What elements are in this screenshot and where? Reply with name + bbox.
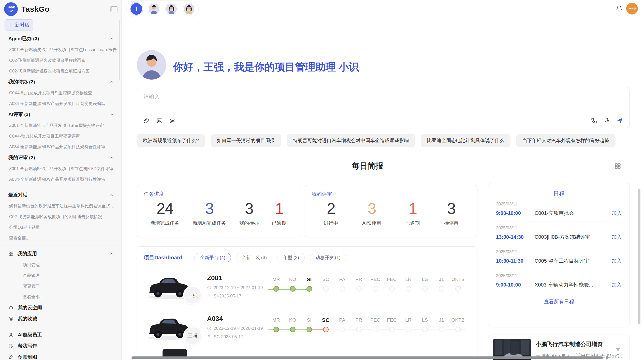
chat-input[interactable]: 请输入...: [137, 87, 630, 128]
chevron-up-icon[interactable]: [110, 80, 114, 84]
join-link[interactable]: 加入: [612, 258, 622, 264]
sidebar-tool-item[interactable]: AI超级员工: [0, 329, 121, 340]
sidebar-section-header[interactable]: 我的应用: [0, 248, 121, 259]
sidebar-item[interactable]: 查看全部...: [0, 233, 121, 243]
dashboard-tab[interactable]: 动总开发 (1): [310, 253, 346, 262]
join-link[interactable]: 加入: [612, 234, 622, 241]
sidebar-item[interactable]: 变更管理: [0, 281, 121, 291]
sidebar-item[interactable]: Z001-全新燃油皮卡产品开发项目SI节点Lesson Learn报告: [0, 44, 121, 55]
sidebar-item[interactable]: C02-飞腾新能源轻客改款项目立项汇报方案: [0, 66, 121, 76]
chevron-up-icon[interactable]: [110, 156, 114, 160]
new-chat-button[interactable]: + 新对话: [5, 19, 33, 31]
sidebar-tool-item[interactable]: 创意制图: [0, 352, 121, 360]
sidebar-item-cloud[interactable]: 我的云空间: [0, 302, 121, 313]
send-icon[interactable]: [616, 117, 623, 124]
milestone-dot[interactable]: [439, 327, 444, 332]
milestone-dot[interactable]: [323, 327, 329, 332]
sidebar-item[interactable]: Z001-全新燃油轻卡产品开发项目SI造型提交物评审: [0, 120, 121, 131]
suggestion-chip[interactable]: 如何写一份清晰的项目周报: [211, 134, 281, 147]
sidebar-item[interactable]: C0X4-动力总成开发项目工程变更评审: [0, 131, 121, 141]
sidebar-item[interactable]: A034-全新新能源MUV产品开发项目造型可行性评审: [0, 174, 121, 185]
sidebar-item[interactable]: C02-飞腾新能源轻客改款项目里程碑画布: [0, 55, 121, 66]
agent-avatar-2[interactable]: [166, 3, 177, 15]
screenshot-scissors-icon[interactable]: [170, 118, 176, 124]
milestone-dot[interactable]: [290, 327, 296, 332]
milestone-dot[interactable]: [455, 286, 461, 292]
dashboard-tab[interactable]: 全新上装 (3): [236, 253, 272, 262]
sidebar-section-header[interactable]: 我的评审 (2): [0, 152, 121, 163]
suggestion-chip[interactable]: 欧洲新规最近颁布了什么?: [137, 134, 205, 147]
agent-avatar-1[interactable]: [148, 3, 160, 15]
milestone-label: PR: [350, 276, 367, 283]
collapse-sidebar-icon[interactable]: [110, 6, 118, 13]
sidebar-item[interactable]: 公司Q3轻卡销量: [0, 222, 121, 233]
milestone-dot[interactable]: [406, 286, 411, 292]
voice-call-icon[interactable]: [591, 117, 597, 124]
chevron-up-icon[interactable]: [110, 193, 114, 197]
milestone-dot[interactable]: [306, 327, 312, 332]
milestone-dot[interactable]: [273, 327, 279, 332]
join-link[interactable]: 加入: [612, 210, 622, 217]
sidebar-item[interactable]: A034-全新新能源MUV产品开发项目计划变更表编写: [0, 98, 121, 109]
sidebar-item[interactable]: C02-飞腾新能源轻客改款项目的闭环通告反馈情况: [0, 211, 121, 222]
scroll-right-arrow-icon[interactable]: [606, 356, 609, 359]
chevron-up-icon[interactable]: [110, 113, 114, 116]
scroll-down-arrow-icon[interactable]: [616, 348, 620, 351]
suggestion-chip[interactable]: 特朗普可能对进口汽车增税会对中国车企造成哪些影响: [287, 134, 415, 147]
image-upload-icon[interactable]: [156, 118, 163, 124]
dashboard-tab[interactable]: 年型 (2): [277, 253, 305, 262]
sidebar-item[interactable]: 产品管理: [0, 270, 121, 281]
project-card[interactable]: 王强A0342023-12-19 ~ 2026-01-19SC-2025-05-…: [144, 310, 471, 344]
stat-item: 1已逾期: [405, 199, 420, 227]
sidebar-section-header[interactable]: 我的待办 (2): [0, 76, 121, 87]
chevron-up-icon[interactable]: [110, 252, 114, 256]
dashboard-tab[interactable]: 全新平台 (4): [195, 253, 231, 262]
attachment-icon[interactable]: [143, 118, 150, 124]
join-link[interactable]: 加入: [612, 281, 622, 288]
sidebar-tool-item[interactable]: 帮我写作: [0, 340, 121, 352]
sidebar-item[interactable]: A034-全新新能源MUV产品开发项目法规符合性评审: [0, 141, 121, 152]
sidebar-item-favorites[interactable]: 我的收藏: [0, 313, 121, 324]
milestone-dot[interactable]: [356, 286, 362, 292]
milestone-dot[interactable]: [406, 327, 411, 332]
milestone-dot[interactable]: [422, 286, 428, 292]
suggestion-chip[interactable]: 当下年轻人对汽车外观有怎样的喜好趋势: [516, 134, 616, 147]
notification-bell-icon[interactable]: [616, 5, 623, 12]
milestone-dot[interactable]: [323, 286, 329, 292]
milestone-dot[interactable]: [389, 286, 395, 292]
chevron-up-icon[interactable]: [110, 37, 114, 41]
milestone-dot[interactable]: [273, 286, 279, 292]
milestone-dot[interactable]: [373, 286, 378, 292]
milestone-dot[interactable]: [455, 327, 461, 332]
add-agent-button[interactable]: +: [130, 3, 142, 15]
microphone-icon[interactable]: [604, 117, 610, 124]
sidebar-section-header[interactable]: AI评审 (3): [0, 109, 121, 120]
greeting-text: 你好，王强，我是你的项目管理助理 小识: [173, 60, 359, 74]
milestone-dot[interactable]: [306, 286, 312, 292]
sidebar-scrollbar-thumb[interactable]: [119, 20, 120, 80]
milestone-dot[interactable]: [340, 327, 345, 332]
suggestion-chip[interactable]: 比亚迪全固态电池计划具体说了什么: [421, 134, 510, 147]
milestone-dot[interactable]: [389, 327, 395, 332]
sidebar-item[interactable]: 项目管理: [0, 259, 121, 270]
layout-grid-icon[interactable]: [614, 163, 621, 169]
vertical-scrollbar-thumb[interactable]: [638, 189, 640, 324]
sidebar-section-header[interactable]: Agent已办 (3): [0, 33, 121, 44]
sidebar-item[interactable]: Z001-全新燃油轻卡产品开发项目SI节点属性5D文件评审: [0, 163, 121, 174]
sidebar-item[interactable]: 解释最新出台的欧盟报废车法规再生塑料比例被调至15%...: [0, 201, 121, 211]
drawing-icon: [8, 355, 13, 360]
milestone-dot[interactable]: [422, 327, 428, 332]
milestone-dot[interactable]: [373, 327, 378, 332]
sidebar-item[interactable]: C0X4-动力总成开发项目SI里程碑提交物检查: [0, 87, 121, 98]
sidebar-item[interactable]: 查看全部...: [0, 291, 121, 302]
agent-avatar-3[interactable]: [183, 3, 195, 15]
sidebar-section-header[interactable]: 最近对话: [0, 189, 121, 201]
view-all-schedule-link[interactable]: 查看所有日程: [496, 298, 622, 305]
project-card[interactable]: 王强Z0012023-12-19 ~ 2027-01-19SI-2025-05-…: [144, 269, 471, 303]
milestone-dot[interactable]: [290, 286, 296, 292]
user-avatar[interactable]: 王强: [626, 3, 638, 14]
horizontal-scrollbar-thumb[interactable]: [131, 356, 603, 359]
milestone-dot[interactable]: [439, 286, 444, 292]
milestone-dot[interactable]: [356, 327, 362, 332]
milestone-dot[interactable]: [340, 286, 345, 292]
